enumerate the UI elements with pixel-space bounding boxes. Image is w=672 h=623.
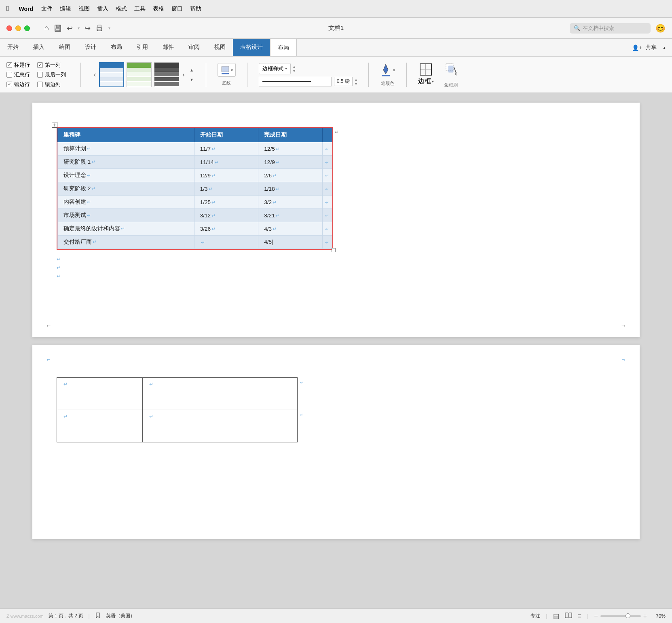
tab-draw[interactable]: 绘图 (52, 39, 78, 56)
save-icon[interactable] (54, 24, 62, 32)
share-button[interactable]: 👤+ 共享 ▴ (632, 44, 672, 51)
close-button[interactable] (6, 25, 12, 31)
cell-start-5[interactable]: 3/12↵ (194, 209, 258, 222)
cell-start-6[interactable]: 3/26↵ (194, 222, 258, 236)
focus-label[interactable]: 专注 (530, 612, 540, 619)
zoom-thumb[interactable] (626, 613, 630, 618)
cell-milestone-7[interactable]: 交付给厂商↵ (58, 236, 194, 249)
cell-end-1[interactable]: 12/9↵ (258, 156, 323, 169)
ribbon-collapse-icon[interactable]: ▴ (663, 45, 666, 51)
tab-layout[interactable]: 布局 (104, 39, 129, 56)
tab-table-layout[interactable]: 布局 (270, 39, 297, 56)
layout-page-icon[interactable]: ▤ (553, 612, 559, 620)
border-painter-button[interactable] (444, 61, 459, 79)
checkbox-banded-rows[interactable]: 镶边行 (6, 81, 30, 88)
cell-milestone-4[interactable]: 内容创建↵ (58, 196, 194, 209)
cell-start-0[interactable]: 11/7↵ (194, 142, 258, 156)
border-line-preview-btn[interactable] (259, 77, 332, 86)
minimize-button[interactable] (15, 25, 21, 31)
banded-cols-cb[interactable] (37, 82, 43, 87)
checkbox-banded-cols[interactable]: 镶边列 (37, 81, 61, 88)
table-move-handle[interactable]: ✛ (52, 122, 57, 128)
print-icon[interactable] (95, 24, 104, 32)
page2-cell-1[interactable]: ↵ (57, 378, 143, 410)
menu-help[interactable]: 帮助 (190, 5, 201, 13)
zoom-in-button[interactable]: + (643, 612, 647, 620)
border-style-button[interactable]: 边框样式 ▾ (259, 63, 291, 74)
banded-rows-cb[interactable] (6, 82, 12, 87)
first-col-cb[interactable] (37, 62, 43, 68)
style-scroll-down[interactable]: ▾ (189, 75, 194, 84)
page2-cell-3[interactable]: ↵ (57, 410, 143, 442)
border-weight-up[interactable]: ▴ (293, 64, 295, 69)
menu-edit[interactable]: 编辑 (60, 5, 71, 13)
cell-end-2[interactable]: 2/6↵ (258, 169, 323, 182)
cell-end-7[interactable]: 4/5 (258, 236, 323, 249)
weight-spinner-down[interactable]: ▾ (355, 82, 357, 86)
home-icon[interactable]: ⌂ (44, 24, 49, 32)
undo-icon[interactable]: ↩ (67, 24, 73, 33)
shading-dropdown-arrow[interactable]: ▾ (231, 68, 233, 72)
tab-table-design[interactable]: 表格设计 (233, 39, 270, 56)
checkbox-header-row[interactable]: 标题行 (6, 61, 30, 69)
zoom-level[interactable]: 70% (653, 613, 666, 619)
menu-view[interactable]: 视图 (78, 5, 90, 13)
borders-arrow[interactable]: ▾ (432, 79, 434, 84)
cell-milestone-6[interactable]: 确定最终的设计和内容↵ (58, 222, 194, 236)
cell-start-7[interactable]: ↵ (194, 236, 258, 249)
cell-end-3[interactable]: 1/18↵ (258, 182, 323, 196)
cell-end-5[interactable]: 3/21↵ (258, 209, 323, 222)
tab-mail[interactable]: 邮件 (155, 39, 181, 56)
tab-view[interactable]: 视图 (207, 39, 233, 56)
cell-start-3[interactable]: 1/3↵ (194, 182, 258, 196)
style-thumb-green[interactable] (127, 62, 152, 87)
style-thumb-dark[interactable] (154, 62, 179, 87)
checkbox-first-col[interactable]: 第一列 (37, 61, 61, 69)
cell-milestone-2[interactable]: 设计理念↵ (58, 169, 194, 182)
page2-cell-2[interactable]: ↵ (142, 378, 297, 410)
last-col-cb[interactable] (37, 72, 43, 78)
border-weight-down[interactable]: ▾ (293, 69, 295, 73)
menu-tools[interactable]: 工具 (134, 5, 146, 13)
checkbox-last-col[interactable]: 最后一列 (37, 71, 66, 78)
maximize-button[interactable] (24, 25, 30, 31)
style-scroll-up[interactable]: ▴ (189, 65, 194, 74)
cell-start-1[interactable]: 11/14↵ (194, 156, 258, 169)
style-nav-up[interactable]: ‹ (92, 69, 97, 80)
cell-milestone-1[interactable]: 研究阶段 1↵ (58, 156, 194, 169)
language-status[interactable]: 英语（美国） (106, 612, 135, 619)
style-nav-down[interactable]: › (181, 69, 186, 80)
apple-menu[interactable]:  (6, 4, 9, 13)
borders-button[interactable] (420, 63, 432, 76)
zoom-out-button[interactable]: − (594, 612, 598, 620)
weight-spinner-up[interactable]: ▴ (355, 77, 357, 82)
menu-window[interactable]: 窗口 (171, 5, 183, 13)
pen-color-arrow[interactable]: ▾ (393, 68, 395, 72)
tab-home[interactable]: 开始 (0, 39, 26, 56)
cell-end-6[interactable]: 4/3↵ (258, 222, 323, 236)
shading-button[interactable]: ▾ (218, 63, 236, 77)
total-row-cb[interactable] (6, 72, 12, 78)
tab-review[interactable]: 审阅 (181, 39, 207, 56)
cell-start-2[interactable]: 12/9↵ (194, 169, 258, 182)
cell-milestone-3[interactable]: 研究阶段 2↵ (58, 182, 194, 196)
pen-color-button[interactable]: ▾ (380, 63, 395, 77)
style-thumb-blue-active[interactable] (99, 62, 124, 87)
cell-milestone-0[interactable]: 预算计划↵ (58, 142, 194, 156)
redo-icon[interactable]: ↪ (85, 24, 91, 33)
border-weight-display[interactable]: 0.5 磅 (334, 77, 353, 86)
table-resize-handle[interactable] (332, 248, 336, 252)
account-icon[interactable]: 😊 (655, 23, 666, 33)
search-box[interactable]: 🔍 在文档中搜索 (570, 23, 651, 34)
menu-table[interactable]: 表格 (153, 5, 164, 13)
menu-file[interactable]: 文件 (41, 5, 53, 13)
tab-design[interactable]: 设计 (78, 39, 104, 56)
bookmark-icon[interactable] (95, 612, 101, 620)
zoom-track[interactable] (600, 615, 641, 617)
menu-format[interactable]: 格式 (116, 5, 127, 13)
tab-insert[interactable]: 插入 (26, 39, 52, 56)
cell-end-0[interactable]: 12/5↵ (258, 142, 323, 156)
cell-start-4[interactable]: 1/25↵ (194, 196, 258, 209)
menu-insert[interactable]: 插入 (97, 5, 108, 13)
header-row-cb[interactable] (6, 62, 12, 68)
